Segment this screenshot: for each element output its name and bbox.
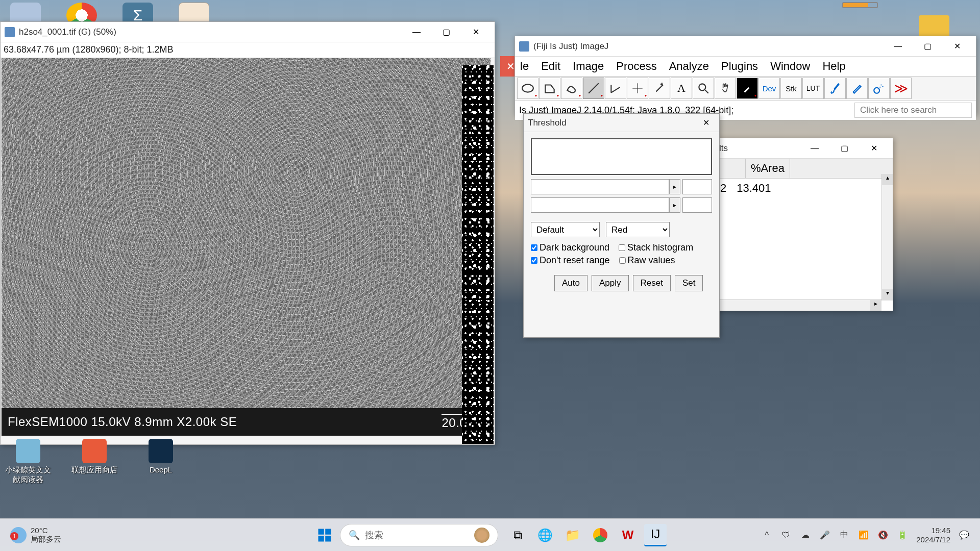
folder-icon[interactable] — [919, 15, 949, 38]
angle-tool[interactable] — [605, 78, 626, 99]
desktop-app[interactable]: DeepL — [135, 439, 186, 485]
menu-edit[interactable]: Edit — [537, 59, 565, 74]
image-canvas[interactable]: FlexSEM1000 15.0kV 8.9mm X2.00k SE 20.0µ… — [2, 58, 491, 436]
menu-plugins[interactable]: Plugins — [717, 59, 762, 74]
color-select[interactable]: Red — [606, 222, 670, 237]
point-tool[interactable]: ▾ — [627, 78, 648, 99]
hscrollbar[interactable]: ▸ — [715, 299, 881, 311]
slider-right-icon[interactable]: ▸ — [669, 197, 680, 213]
wps-icon[interactable]: W — [617, 524, 639, 546]
slider-track[interactable] — [531, 197, 669, 213]
slider-track[interactable] — [531, 179, 669, 194]
polygon-tool[interactable]: ▾ — [539, 78, 560, 99]
task-view-icon[interactable]: ⧉ — [506, 524, 529, 546]
arrow-tool[interactable]: ≫ — [890, 78, 912, 99]
maximize-button[interactable]: ▢ — [913, 36, 942, 57]
menu-help[interactable]: Help — [818, 59, 849, 74]
clock[interactable]: 19:45 2024/7/12 — [916, 526, 950, 544]
search-input[interactable] — [854, 103, 972, 118]
svg-point-10 — [874, 88, 879, 93]
close-button[interactable]: ✕ — [859, 138, 889, 159]
max-threshold-slider[interactable]: ▸ — [531, 197, 712, 213]
minimize-button[interactable]: — — [883, 36, 913, 57]
app-icon — [82, 439, 107, 463]
onedrive-icon[interactable]: ☁ — [800, 530, 811, 541]
menu-process[interactable]: Process — [612, 59, 660, 74]
battery-icon[interactable]: 🔋 — [897, 530, 908, 541]
maximize-button[interactable]: ▢ — [431, 22, 461, 42]
window-title: lts — [719, 143, 800, 154]
method-select[interactable]: Default — [531, 222, 600, 237]
menu-window[interactable]: Window — [766, 59, 814, 74]
desktop-app[interactable]: 小绿鲸英文文 献阅读器 — [3, 439, 54, 485]
close-button[interactable]: ✕ — [697, 114, 715, 132]
chrome-taskbar-icon[interactable] — [589, 524, 611, 546]
apply-button[interactable]: Apply — [592, 275, 629, 291]
stack-histogram-checkbox[interactable]: Stack histogram — [619, 242, 693, 253]
explorer-icon[interactable]: 📁 — [561, 524, 584, 546]
text-tool[interactable]: A — [671, 78, 692, 99]
weather-icon — [10, 527, 27, 543]
minimize-button[interactable]: — — [402, 22, 431, 42]
tray-overflow-icon[interactable]: ^ — [761, 530, 772, 541]
wifi-icon[interactable]: 📶 — [858, 530, 869, 541]
menu-file[interactable]: le — [516, 59, 533, 74]
ime-indicator[interactable]: 中 — [839, 530, 850, 541]
toolbar: ▾ ▾ ▾ ▾ ▾ A ▾ Dev Stk LUT ≫ — [515, 76, 976, 101]
imagej-icon — [5, 27, 15, 37]
system-tray: ^ 🛡 ☁ 🎤 中 📶 🔇 🔋 19:45 2024/7/12 💬 — [761, 526, 970, 544]
sem-params: FlexSEM1000 15.0kV 8.9mm X2.00k SE — [8, 415, 237, 429]
scroll-down-icon[interactable]: ▾ — [882, 289, 893, 300]
close-button[interactable]: ✕ — [942, 36, 972, 57]
spray-tool[interactable] — [868, 78, 890, 99]
stk-tool[interactable]: Stk — [780, 78, 802, 99]
auto-button[interactable]: Auto — [554, 275, 587, 291]
set-button[interactable]: Set — [675, 275, 703, 291]
titlebar[interactable]: lts — ▢ ✕ — [715, 138, 893, 159]
line-tool[interactable]: ▾ — [583, 78, 604, 99]
freehand-tool[interactable]: ▾ — [561, 78, 582, 99]
maximize-button[interactable]: ▢ — [829, 138, 859, 159]
search-icon: 🔍 — [349, 530, 360, 541]
taskbar-search[interactable]: 🔍 搜索 — [340, 524, 498, 546]
titlebar[interactable]: h2so4_0001.tif (G) (50%) — ▢ ✕ — [1, 22, 495, 42]
vscrollbar[interactable]: ▴ ▾ — [881, 174, 893, 300]
scroll-right-icon[interactable]: ▸ — [870, 300, 881, 311]
brush-tool[interactable] — [824, 78, 846, 99]
titlebar[interactable]: (Fiji Is Just) ImageJ — ▢ ✕ — [515, 36, 976, 57]
dev-tool[interactable]: Dev — [758, 78, 780, 99]
minimize-button[interactable]: — — [800, 138, 829, 159]
microphone-icon[interactable]: 🎤 — [819, 530, 830, 541]
min-threshold-slider[interactable]: ▸ — [531, 179, 712, 194]
close-button[interactable]: ✕ — [461, 22, 491, 42]
hand-tool[interactable] — [715, 78, 736, 99]
color-picker-tool[interactable]: ▾ — [737, 78, 758, 99]
raw-values-checkbox[interactable]: Raw values — [619, 255, 675, 266]
max-value-field[interactable] — [682, 197, 712, 213]
desktop-app[interactable]: 联想应用商店 — [69, 439, 120, 485]
weather-widget[interactable]: 20°C 局部多云 — [10, 527, 61, 543]
pencil-tool[interactable] — [846, 78, 868, 99]
security-icon[interactable]: 🛡 — [780, 530, 792, 541]
menu-analyze[interactable]: Analyze — [665, 59, 713, 74]
zoom-tool[interactable] — [693, 78, 714, 99]
min-value-field[interactable] — [682, 179, 712, 194]
dont-reset-range-checkbox[interactable]: Don't reset range — [531, 255, 610, 266]
lut-tool[interactable]: LUT — [802, 78, 824, 99]
titlebar[interactable]: Threshold ✕ — [524, 114, 719, 132]
wand-tool[interactable] — [649, 78, 670, 99]
menu-image[interactable]: Image — [569, 59, 608, 74]
oval-tool[interactable]: ▾ — [517, 78, 538, 99]
table-row[interactable]: 2 13.401 — [715, 179, 893, 198]
scroll-up-icon[interactable]: ▴ — [882, 174, 893, 185]
reset-button[interactable]: Reset — [633, 275, 671, 291]
imagej-taskbar-icon[interactable]: IJ — [644, 524, 667, 546]
edge-icon[interactable]: 🌐 — [534, 524, 556, 546]
svg-rect-17 — [325, 536, 331, 541]
notifications-icon[interactable]: 💬 — [959, 530, 970, 541]
volume-icon[interactable]: 🔇 — [877, 530, 889, 541]
dark-background-checkbox[interactable]: Dark background — [531, 242, 609, 253]
slider-right-icon[interactable]: ▸ — [669, 179, 680, 194]
start-button[interactable] — [313, 524, 336, 546]
battery-indicator-icon — [842, 2, 878, 8]
